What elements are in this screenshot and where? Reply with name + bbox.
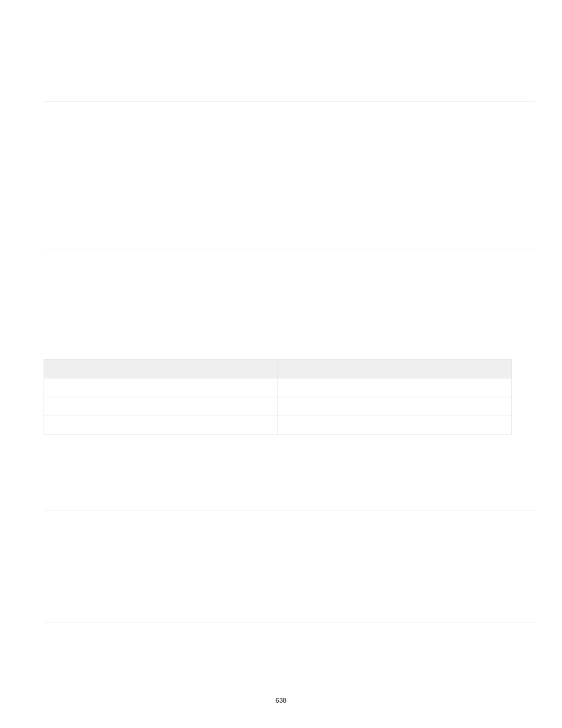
horizontal-rule (44, 622, 535, 622)
page-number: 638 (0, 697, 562, 704)
table-cell (278, 397, 512, 416)
table-header-cell (44, 360, 278, 378)
horizontal-rule (44, 510, 535, 510)
table-cell (278, 378, 512, 397)
table-cell (44, 378, 278, 397)
document-page: 638 (0, 0, 562, 728)
table-cell (44, 397, 278, 416)
horizontal-rule (44, 249, 535, 249)
table-cell (44, 416, 278, 435)
table-header-cell (278, 360, 512, 378)
table-cell (278, 416, 512, 435)
table-row (44, 416, 512, 435)
horizontal-rule (44, 101, 535, 102)
table-row (44, 397, 512, 416)
table-row (44, 378, 512, 397)
data-table (44, 359, 512, 435)
table-header-row (44, 360, 512, 378)
